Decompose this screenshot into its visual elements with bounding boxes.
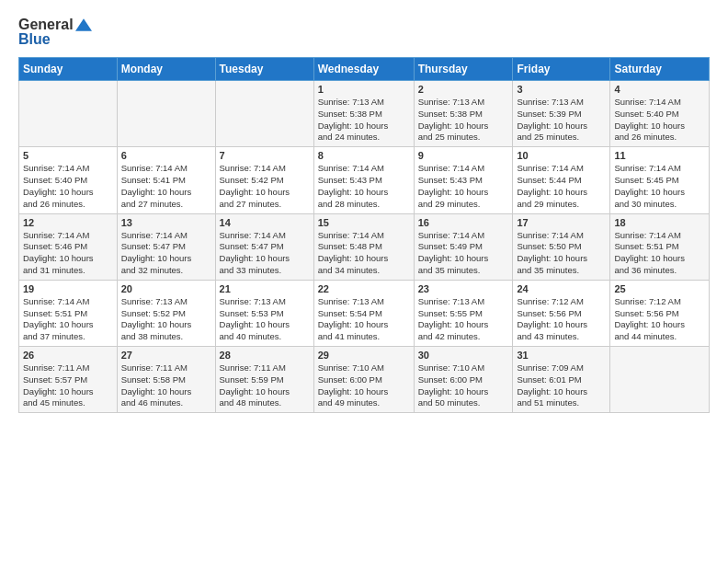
- day-cell: 3Sunrise: 7:13 AM Sunset: 5:39 PM Daylig…: [513, 81, 610, 147]
- day-cell: 19Sunrise: 7:14 AM Sunset: 5:51 PM Dayli…: [19, 280, 118, 346]
- day-number: 13: [121, 217, 211, 228]
- day-info: Sunrise: 7:11 AM Sunset: 5:58 PM Dayligh…: [121, 362, 211, 409]
- day-cell: 25Sunrise: 7:12 AM Sunset: 5:56 PM Dayli…: [610, 280, 710, 346]
- day-info: Sunrise: 7:14 AM Sunset: 5:46 PM Dayligh…: [23, 230, 113, 277]
- day-number: 9: [418, 150, 509, 161]
- day-number: 23: [418, 283, 509, 294]
- day-info: Sunrise: 7:14 AM Sunset: 5:44 PM Dayligh…: [517, 163, 606, 210]
- day-cell: 28Sunrise: 7:11 AM Sunset: 5:59 PM Dayli…: [215, 347, 313, 413]
- day-cell: 20Sunrise: 7:13 AM Sunset: 5:52 PM Dayli…: [117, 280, 215, 346]
- day-info: Sunrise: 7:14 AM Sunset: 5:51 PM Dayligh…: [23, 296, 113, 343]
- day-number: 14: [220, 217, 310, 228]
- col-header-tuesday: Tuesday: [215, 58, 313, 81]
- day-info: Sunrise: 7:12 AM Sunset: 5:56 PM Dayligh…: [517, 296, 606, 343]
- day-info: Sunrise: 7:14 AM Sunset: 5:47 PM Dayligh…: [220, 230, 310, 277]
- day-info: Sunrise: 7:13 AM Sunset: 5:55 PM Dayligh…: [418, 296, 509, 343]
- day-cell: 22Sunrise: 7:13 AM Sunset: 5:54 PM Dayli…: [313, 280, 414, 346]
- day-info: Sunrise: 7:10 AM Sunset: 6:00 PM Dayligh…: [318, 362, 410, 409]
- svg-marker-0: [75, 18, 92, 31]
- day-number: 4: [614, 84, 705, 95]
- day-cell: [610, 347, 710, 413]
- day-cell: 2Sunrise: 7:13 AM Sunset: 5:38 PM Daylig…: [414, 81, 513, 147]
- col-header-wednesday: Wednesday: [313, 58, 414, 81]
- day-number: 25: [614, 283, 705, 294]
- day-cell: 24Sunrise: 7:12 AM Sunset: 5:56 PM Dayli…: [513, 280, 610, 346]
- day-cell: 1Sunrise: 7:13 AM Sunset: 5:38 PM Daylig…: [313, 81, 414, 147]
- day-cell: 30Sunrise: 7:10 AM Sunset: 6:00 PM Dayli…: [414, 347, 513, 413]
- day-cell: 26Sunrise: 7:11 AM Sunset: 5:57 PM Dayli…: [19, 347, 118, 413]
- day-info: Sunrise: 7:14 AM Sunset: 5:41 PM Dayligh…: [121, 163, 211, 210]
- day-cell: [117, 81, 215, 147]
- day-number: 7: [220, 150, 310, 161]
- day-number: 27: [121, 350, 211, 361]
- day-cell: [19, 81, 118, 147]
- logo: General Blue: [18, 17, 92, 48]
- day-number: 17: [517, 217, 606, 228]
- day-info: Sunrise: 7:10 AM Sunset: 6:00 PM Dayligh…: [418, 362, 509, 409]
- page: General Blue SundayMondayTuesdayWednesda…: [0, 0, 728, 422]
- day-info: Sunrise: 7:11 AM Sunset: 5:59 PM Dayligh…: [220, 362, 310, 409]
- day-info: Sunrise: 7:13 AM Sunset: 5:38 PM Dayligh…: [418, 97, 509, 144]
- day-number: 18: [614, 217, 705, 228]
- col-header-monday: Monday: [117, 58, 215, 81]
- col-header-friday: Friday: [513, 58, 610, 81]
- day-number: 31: [517, 350, 606, 361]
- day-number: 10: [517, 150, 606, 161]
- day-info: Sunrise: 7:13 AM Sunset: 5:39 PM Dayligh…: [517, 97, 606, 144]
- day-number: 12: [23, 217, 113, 228]
- day-info: Sunrise: 7:14 AM Sunset: 5:40 PM Dayligh…: [614, 97, 705, 144]
- day-info: Sunrise: 7:14 AM Sunset: 5:42 PM Dayligh…: [220, 163, 310, 210]
- day-number: 11: [614, 150, 705, 161]
- day-info: Sunrise: 7:14 AM Sunset: 5:40 PM Dayligh…: [23, 163, 113, 210]
- day-cell: 21Sunrise: 7:13 AM Sunset: 5:53 PM Dayli…: [215, 280, 313, 346]
- day-cell: 16Sunrise: 7:14 AM Sunset: 5:49 PM Dayli…: [414, 213, 513, 280]
- day-info: Sunrise: 7:13 AM Sunset: 5:52 PM Dayligh…: [121, 296, 211, 343]
- day-info: Sunrise: 7:09 AM Sunset: 6:01 PM Dayligh…: [517, 362, 606, 409]
- day-info: Sunrise: 7:13 AM Sunset: 5:54 PM Dayligh…: [318, 296, 410, 343]
- day-cell: 8Sunrise: 7:14 AM Sunset: 5:43 PM Daylig…: [313, 147, 414, 213]
- day-cell: 7Sunrise: 7:14 AM Sunset: 5:42 PM Daylig…: [215, 147, 313, 213]
- day-info: Sunrise: 7:14 AM Sunset: 5:45 PM Dayligh…: [614, 163, 705, 210]
- day-info: Sunrise: 7:14 AM Sunset: 5:50 PM Dayligh…: [517, 230, 606, 277]
- day-number: 26: [23, 350, 113, 361]
- day-cell: 18Sunrise: 7:14 AM Sunset: 5:51 PM Dayli…: [610, 213, 710, 280]
- day-cell: 9Sunrise: 7:14 AM Sunset: 5:43 PM Daylig…: [414, 147, 513, 213]
- day-info: Sunrise: 7:14 AM Sunset: 5:51 PM Dayligh…: [614, 230, 705, 277]
- week-row-5: 26Sunrise: 7:11 AM Sunset: 5:57 PM Dayli…: [19, 347, 710, 413]
- logo-blue-text: Blue: [18, 31, 92, 48]
- day-info: Sunrise: 7:14 AM Sunset: 5:43 PM Dayligh…: [318, 163, 410, 210]
- day-info: Sunrise: 7:14 AM Sunset: 5:47 PM Dayligh…: [121, 230, 211, 277]
- day-cell: [215, 81, 313, 147]
- col-header-saturday: Saturday: [610, 58, 710, 81]
- day-cell: 27Sunrise: 7:11 AM Sunset: 5:58 PM Dayli…: [117, 347, 215, 413]
- day-number: 20: [121, 283, 211, 294]
- day-number: 24: [517, 283, 606, 294]
- day-number: 16: [418, 217, 509, 228]
- day-number: 19: [23, 283, 113, 294]
- day-number: 5: [23, 150, 113, 161]
- day-number: 22: [318, 283, 410, 294]
- calendar-header-row: SundayMondayTuesdayWednesdayThursdayFrid…: [19, 58, 710, 81]
- day-number: 3: [517, 84, 606, 95]
- day-info: Sunrise: 7:11 AM Sunset: 5:57 PM Dayligh…: [23, 362, 113, 409]
- week-row-3: 12Sunrise: 7:14 AM Sunset: 5:46 PM Dayli…: [19, 213, 710, 280]
- day-cell: 31Sunrise: 7:09 AM Sunset: 6:01 PM Dayli…: [513, 347, 610, 413]
- day-number: 21: [220, 283, 310, 294]
- day-number: 2: [418, 84, 509, 95]
- day-cell: 11Sunrise: 7:14 AM Sunset: 5:45 PM Dayli…: [610, 147, 710, 213]
- day-number: 29: [318, 350, 410, 361]
- col-header-thursday: Thursday: [414, 58, 513, 81]
- day-cell: 29Sunrise: 7:10 AM Sunset: 6:00 PM Dayli…: [313, 347, 414, 413]
- day-cell: 5Sunrise: 7:14 AM Sunset: 5:40 PM Daylig…: [19, 147, 118, 213]
- day-number: 28: [220, 350, 310, 361]
- day-info: Sunrise: 7:13 AM Sunset: 5:38 PM Dayligh…: [318, 97, 410, 144]
- day-info: Sunrise: 7:14 AM Sunset: 5:43 PM Dayligh…: [418, 163, 509, 210]
- day-cell: 4Sunrise: 7:14 AM Sunset: 5:40 PM Daylig…: [610, 81, 710, 147]
- day-info: Sunrise: 7:14 AM Sunset: 5:49 PM Dayligh…: [418, 230, 509, 277]
- day-number: 8: [318, 150, 410, 161]
- day-cell: 15Sunrise: 7:14 AM Sunset: 5:48 PM Dayli…: [313, 213, 414, 280]
- day-cell: 13Sunrise: 7:14 AM Sunset: 5:47 PM Dayli…: [117, 213, 215, 280]
- week-row-2: 5Sunrise: 7:14 AM Sunset: 5:40 PM Daylig…: [19, 147, 710, 213]
- day-info: Sunrise: 7:12 AM Sunset: 5:56 PM Dayligh…: [614, 296, 705, 343]
- day-cell: 6Sunrise: 7:14 AM Sunset: 5:41 PM Daylig…: [117, 147, 215, 213]
